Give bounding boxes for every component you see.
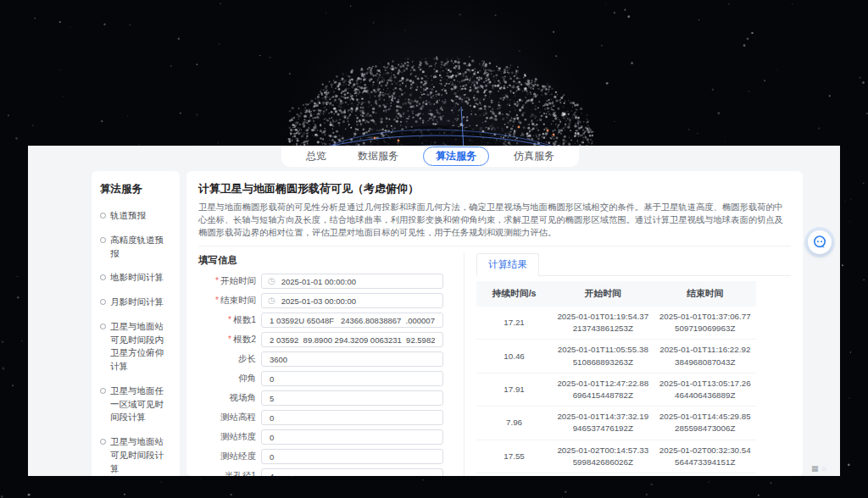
top-tab[interactable]: 总览 (299, 147, 333, 165)
results-row: 13.862025-01-02T02:02:01.4521597668226Z2… (476, 473, 756, 476)
sidebar-item-label: 月影时间计算 (110, 296, 164, 309)
sidebar-item-label: 轨道预报 (110, 209, 146, 223)
field-input[interactable] (268, 451, 437, 462)
field-input[interactable] (268, 432, 437, 443)
field-label: *结束时间 (198, 295, 256, 307)
results-cell-duration: 13.86 (476, 473, 552, 476)
results-cell-end: 2025-01-02T02:15:53.10569963995172Z (654, 473, 756, 476)
results-cell-start: 2025-01-01T01:19:54.37213743861253Z (552, 307, 654, 340)
required-asterisk: * (215, 295, 219, 305)
required-asterisk: * (228, 334, 231, 344)
field-label: 步长 (198, 353, 256, 365)
page-corner-widgets: ▦ ◌ (811, 465, 826, 473)
sidebar-item[interactable]: 卫星与地面站可见时间段计算 (100, 435, 171, 475)
input-form: 填写信息 *开始时间◷*结束时间◷*根数1*根数2步长仰角视场角测站高程测站纬度… (198, 252, 464, 476)
results-column-header: 开始时间 (552, 281, 654, 307)
top-tab[interactable]: 仿真服务 (507, 147, 561, 165)
tab-results[interactable]: 计算结果 (476, 253, 539, 276)
chat-support-button[interactable] (808, 230, 832, 254)
field-input[interactable] (280, 296, 437, 307)
field-label: 视场角 (198, 392, 256, 404)
main-panel: 计算卫星与地面椭圆形载荷可见（考虑俯仰） 卫星与地面椭圆形载荷的可见性分析是通过… (186, 171, 803, 476)
field-input-box (261, 313, 443, 328)
sidebar-item-label: 卫星与地面任一区域可见时间段计算 (110, 385, 171, 424)
results-column-header: 持续时间/s (476, 281, 552, 307)
sidebar-item[interactable]: 月影时间计算 (100, 296, 171, 309)
sidebar-item-label: 卫星与地面站可见时间段内卫星方位俯仰计算 (110, 320, 171, 374)
field-input-box: ◷ (261, 293, 443, 308)
field-input-box (261, 410, 443, 425)
sidebar-title: 算法服务 (100, 182, 171, 196)
results-row: 17.552025-01-02T00:14:57.33599842686026Z… (476, 440, 756, 473)
form-row: 测站纬度 (198, 429, 464, 445)
field-label: *根数1 (198, 314, 256, 326)
field-input-box (261, 390, 443, 406)
field-input[interactable] (268, 412, 437, 423)
results-column-header: 结束时间 (654, 281, 756, 307)
results-cell-duration: 17.91 (476, 373, 552, 406)
circle-icon (100, 274, 106, 280)
circle-icon (100, 324, 106, 329)
results-table: 持续时间/s开始时间结束时间 17.212025-01-01T01:19:54.… (476, 281, 756, 476)
field-label: 测站高程 (198, 412, 256, 423)
form-row: *根数1 (198, 313, 464, 328)
required-asterisk: * (215, 275, 219, 285)
results-cell-start: 2025-01-01T14:37:32.19946537476192Z (552, 407, 654, 440)
form-row: 步长 (198, 351, 464, 367)
circle-icon (100, 299, 106, 305)
results-row: 17.912025-01-01T12:47:22.88696415448782Z… (476, 373, 756, 406)
field-input[interactable] (268, 354, 437, 365)
results-cell-duration: 10.46 (476, 340, 552, 373)
form-row: 半孔径1 (198, 468, 464, 476)
sidebar-item[interactable]: 卫星与地面任一区域可见时间段计算 (100, 385, 171, 424)
field-input[interactable] (268, 374, 437, 385)
form-row: *结束时间◷ (198, 293, 464, 308)
results-cell-duration: 7.96 (476, 407, 552, 440)
form-section-title: 填写信息 (198, 254, 464, 267)
sidebar-item[interactable]: 地影时间计算 (100, 271, 171, 285)
results-row: 17.212025-01-01T01:19:54.37213743861253Z… (476, 307, 756, 340)
field-input-box (261, 429, 443, 445)
form-row: 仰角 (198, 371, 464, 386)
divider (198, 246, 791, 246)
circle-icon (100, 439, 106, 445)
clock-icon: ◷ (268, 296, 275, 305)
page-title: 计算卫星与地面椭圆形载荷可见（考虑俯仰） (198, 181, 791, 196)
top-tab[interactable]: 数据服务 (351, 147, 405, 165)
results-cell-start: 2025-01-02T02:02:01.4521597668226Z (552, 473, 654, 476)
field-input-box (261, 332, 443, 347)
results-cell-duration: 17.55 (476, 440, 552, 473)
sidebar-item[interactable]: 卫星与地面站可见时间段内卫星方位俯仰计算 (100, 320, 171, 374)
field-input[interactable] (268, 335, 437, 346)
field-input[interactable] (268, 471, 437, 477)
field-input[interactable] (268, 393, 437, 404)
results-cell-duration: 17.21 (476, 307, 552, 340)
page-description: 卫星与地面椭圆形载荷的可见性分析是通过几何投影和球面几何方法，确定卫星视场与地面… (198, 201, 791, 239)
results-row: 7.962025-01-01T14:37:32.19946537476192Z2… (476, 407, 756, 440)
field-input-box: ◷ (261, 274, 443, 289)
sidebar-item[interactable]: 轨道预报 (100, 209, 171, 223)
results-row: 10.462025-01-01T11:05:55.38510868893263Z… (476, 340, 756, 373)
qr-code-icon: ▦ (811, 465, 819, 473)
clock-icon: ◷ (268, 277, 275, 285)
top-tab[interactable]: 算法服务 (423, 147, 489, 166)
circle-icon (100, 237, 106, 243)
results-cell-end: 2025-01-01T01:37:06.77509719069963Z (654, 307, 756, 340)
form-row: 测站经度 (198, 449, 464, 464)
field-input[interactable] (268, 315, 437, 326)
app-window: 总览数据服务算法服务仿真服务 算法服务 轨道预报高精度轨道预报地影时间计算月影时… (0, 0, 868, 498)
circle-icon (100, 388, 106, 394)
results-cell-start: 2025-01-02T00:14:57.33599842686026Z (552, 440, 654, 473)
form-row: 视场角 (198, 390, 464, 406)
sidebar-item-label: 地影时间计算 (110, 271, 164, 285)
results-cell-end: 2025-01-01T11:16:22.92384968087043Z (654, 340, 756, 373)
sidebar-item[interactable]: 高精度轨道预报 (100, 234, 171, 261)
results-cell-end: 2025-01-02T00:32:30.54564473394151Z (654, 440, 756, 473)
field-input-box (261, 449, 443, 464)
field-input[interactable] (280, 276, 437, 287)
results-cell-end: 2025-01-01T13:05:17.26464406436889Z (654, 373, 756, 406)
top-tab-bar: 总览数据服务算法服务仿真服务 (281, 146, 579, 167)
field-label: 测站经度 (198, 451, 256, 462)
field-label: *根数2 (198, 334, 256, 346)
form-row: *根数2 (198, 332, 464, 347)
